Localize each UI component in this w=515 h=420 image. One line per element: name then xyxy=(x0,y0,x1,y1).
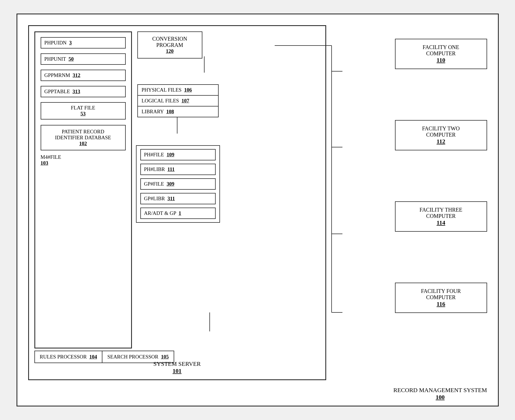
facility-four-line1: FACILITY FOUR xyxy=(401,288,481,294)
gpfile-label: GP#FILE xyxy=(144,181,164,187)
gpfile-number: 309 xyxy=(167,181,174,187)
patient-db-number: 102 xyxy=(79,141,87,146)
conversion-number: 120 xyxy=(166,48,174,54)
phpunit-box: PHPUNIT 50 xyxy=(41,53,126,65)
rules-processor-box: RULES PROCESSOR 104 xyxy=(34,351,103,363)
physical-files-label: PHYSICAL FILES xyxy=(142,87,182,93)
rms-title: RECORD MANAGEMENT SYSTEM xyxy=(393,387,487,394)
outer-container: PHPUIDN 3 PHPUNIT 50 GPPMRNM 312 GPPTABL… xyxy=(17,14,499,406)
patient-db-line2: IDENTIFIER DATABASE xyxy=(44,135,122,141)
physical-files-box: PHYSICAL FILES 106 xyxy=(137,84,219,96)
gpptable-number: 313 xyxy=(73,89,80,94)
aradt-number: 1 xyxy=(179,210,181,216)
gpfile-box: GP#FILE 309 xyxy=(140,178,216,190)
gppmrnm-number: 312 xyxy=(73,72,80,78)
gpptable-box: GPPTABLE 313 xyxy=(41,86,126,97)
system-server-label: SYSTEM SERVER 101 xyxy=(153,360,201,374)
phlibr-label: PH#LIBR xyxy=(144,166,165,172)
physical-files-number: 106 xyxy=(184,87,192,93)
library-number: 108 xyxy=(166,109,174,114)
inner-files-box: PH#FILE 109 PH#LIBR 111 GP#FILE 309 GP#L… xyxy=(136,145,220,223)
phfile-number: 109 xyxy=(167,152,174,157)
left-column-box: PHPUIDN 3 PHPUNIT 50 GPPMRNM 312 GPPTABL… xyxy=(34,31,132,348)
facility-two-line1: FACILITY TWO xyxy=(401,125,481,132)
search-processor-label: SEARCH PROCESSOR xyxy=(107,354,158,360)
gpptable-label: GPPTABLE xyxy=(44,89,70,94)
m4file-number: 103 xyxy=(41,160,48,166)
rms-label: RECORD MANAGEMENT SYSTEM 100 xyxy=(393,387,487,401)
gppmrnm-label: GPPMRNM xyxy=(44,72,70,78)
m4file-label: M4#FILE xyxy=(41,154,126,160)
phlibr-number: 111 xyxy=(167,166,174,172)
phpunit-label: PHPUNIT xyxy=(44,56,66,62)
facility-one-number: 110 xyxy=(437,57,445,63)
flatfile-box: FLAT FILE 53 xyxy=(41,102,126,119)
patient-db-line1: PATIENT RECORD xyxy=(44,129,122,135)
aradt-box: AR/ADT & GP 1 xyxy=(140,208,216,219)
facility-two-box: FACILITY TWO COMPUTER 112 xyxy=(395,120,487,150)
library-label: LIBRARY xyxy=(142,109,164,114)
facility-two-number: 112 xyxy=(437,138,445,145)
rules-processor-number: 104 xyxy=(89,354,97,360)
facility-four-line2: COMPUTER xyxy=(401,294,481,301)
files-stack: PHYSICAL FILES 106 LOGICAL FILES 107 LIB… xyxy=(137,84,219,117)
facility-four-box: FACILITY FOUR COMPUTER 116 xyxy=(395,283,487,313)
gplibr-box: GP#LIBR 311 xyxy=(140,193,216,204)
rules-processor-label: RULES PROCESSOR xyxy=(40,354,87,360)
facility-one-line2: COMPUTER xyxy=(401,50,481,57)
phlibr-box: PH#LIBR 111 xyxy=(140,164,216,175)
facility-four-number: 116 xyxy=(437,301,445,307)
facility-one-box: FACILITY ONE COMPUTER 110 xyxy=(395,39,487,69)
logical-files-number: 107 xyxy=(182,98,189,104)
library-box: LIBRARY 108 xyxy=(137,106,219,117)
phfile-box: PH#FILE 109 xyxy=(140,149,216,160)
facility-three-number: 114 xyxy=(437,219,445,226)
flatfile-number: 53 xyxy=(80,111,86,117)
system-server-box: PHPUIDN 3 PHPUNIT 50 GPPMRNM 312 GPPTABL… xyxy=(28,25,326,380)
m4file-block: M4#FILE 103 xyxy=(41,154,126,166)
system-server-text: SYSTEM SERVER xyxy=(153,360,201,367)
logical-files-box: LOGICAL FILES 107 xyxy=(137,95,219,106)
search-processor-number: 105 xyxy=(161,354,169,360)
gplibr-label: GP#LIBR xyxy=(144,196,165,201)
facility-one-line1: FACILITY ONE xyxy=(401,44,481,50)
phpunit-number: 50 xyxy=(69,56,74,62)
conversion-label: CONVERSION PROGRAM xyxy=(143,36,196,48)
facility-three-box: FACILITY THREE COMPUTER 114 xyxy=(395,201,487,232)
phpuidn-box: PHPUIDN 3 xyxy=(41,37,126,49)
facility-three-line1: FACILITY THREE xyxy=(401,207,481,213)
flatfile-label: FLAT FILE xyxy=(44,105,122,111)
phfile-label: PH#FILE xyxy=(144,152,164,157)
phpuidn-label: PHPUIDN xyxy=(44,40,67,46)
patient-db-box: PATIENT RECORD IDENTIFIER DATABASE 102 xyxy=(41,125,126,150)
system-server-number: 101 xyxy=(173,367,182,374)
rms-number: 100 xyxy=(436,394,445,400)
aradt-label: AR/ADT & GP xyxy=(144,210,176,216)
phpuidn-number: 3 xyxy=(69,40,72,46)
gplibr-number: 311 xyxy=(167,196,175,201)
logical-files-label: LOGICAL FILES xyxy=(142,98,179,104)
facility-three-line2: COMPUTER xyxy=(401,213,481,219)
gppmrnm-box: GPPMRNM 312 xyxy=(41,70,126,81)
conversion-program-box: CONVERSION PROGRAM 120 xyxy=(137,31,202,59)
facility-two-line2: COMPUTER xyxy=(401,132,481,138)
